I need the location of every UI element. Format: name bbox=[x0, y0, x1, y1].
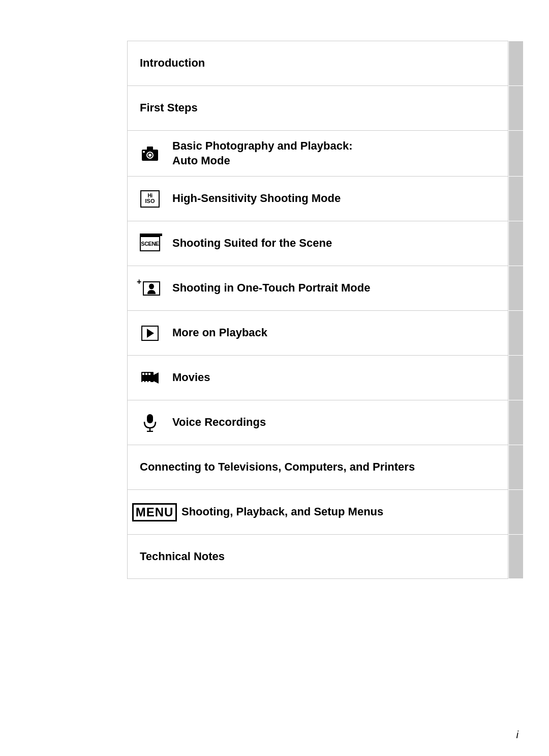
svg-rect-1 bbox=[147, 147, 153, 150]
svg-point-6 bbox=[149, 283, 154, 289]
toc-item-more-playback[interactable]: More on Playback bbox=[127, 310, 508, 355]
toc-label-voice-recordings: Voice Recordings bbox=[164, 407, 508, 438]
toc-item-technical-notes[interactable]: Technical Notes bbox=[127, 534, 508, 579]
svg-rect-9 bbox=[142, 373, 144, 375]
svg-rect-12 bbox=[142, 381, 144, 383]
toc-item-voice-recordings[interactable]: Voice Recordings bbox=[127, 400, 508, 445]
toc-item-movies[interactable]: Movies bbox=[127, 355, 508, 400]
svg-rect-10 bbox=[145, 373, 147, 375]
menu-text-icon: MENU bbox=[128, 503, 173, 521]
toc-label-movies: Movies bbox=[164, 362, 508, 393]
toc-label-introduction: Introduction bbox=[128, 48, 508, 79]
portrait-icon: + bbox=[128, 281, 164, 296]
svg-point-4 bbox=[148, 154, 151, 157]
mic-icon bbox=[128, 414, 164, 432]
toc-label-shooting-scene: Shooting Suited for the Scene bbox=[164, 228, 508, 259]
scene-icon: SCENE bbox=[128, 236, 164, 251]
toc-label-more-playback: More on Playback bbox=[164, 317, 508, 348]
svg-rect-11 bbox=[148, 373, 150, 375]
toc-label-first-steps: First Steps bbox=[128, 93, 508, 124]
page-container: Introduction First Steps Basic Photograp… bbox=[0, 0, 549, 756]
toc-label-technical-notes: Technical Notes bbox=[128, 541, 508, 572]
svg-marker-8 bbox=[154, 372, 159, 384]
toc-wrapper: Introduction First Steps Basic Photograp… bbox=[127, 41, 508, 579]
toc-label-connecting: Connecting to Televisions, Computers, an… bbox=[128, 452, 508, 483]
toc-item-introduction[interactable]: Introduction bbox=[127, 41, 508, 85]
svg-rect-5 bbox=[143, 151, 145, 153]
camera-icon bbox=[128, 146, 164, 161]
toc-label-high-sensitivity: High-Sensitivity Shooting Mode bbox=[164, 183, 508, 214]
toc-label-basic-photography: Basic Photography and Playback:Auto Mode bbox=[164, 131, 508, 176]
toc-label-portrait-mode: Shooting in One-Touch Portrait Mode bbox=[164, 273, 508, 304]
svg-rect-14 bbox=[148, 381, 150, 383]
movie-icon bbox=[128, 370, 164, 386]
hi-iso-icon: Hi ISO bbox=[128, 190, 164, 208]
toc-item-high-sensitivity[interactable]: Hi ISO High-Sensitivity Shooting Mode bbox=[127, 176, 508, 221]
toc-item-menus[interactable]: MENU Shooting, Playback, and Setup Menus bbox=[127, 489, 508, 534]
toc-item-connecting[interactable]: Connecting to Televisions, Computers, an… bbox=[127, 445, 508, 489]
page-number: i bbox=[516, 729, 518, 741]
toc-item-basic-photography[interactable]: Basic Photography and Playback:Auto Mode bbox=[127, 130, 508, 176]
toc-item-portrait-mode[interactable]: + Shooting in One-Touch Portrait Mode bbox=[127, 266, 508, 310]
svg-rect-15 bbox=[147, 414, 153, 423]
toc-item-shooting-scene[interactable]: SCENE Shooting Suited for the Scene bbox=[127, 221, 508, 266]
toc-label-menus: Shooting, Playback, and Setup Menus bbox=[173, 497, 508, 528]
svg-rect-13 bbox=[145, 381, 147, 383]
toc-item-first-steps[interactable]: First Steps bbox=[127, 85, 508, 130]
playback-icon bbox=[128, 326, 164, 341]
